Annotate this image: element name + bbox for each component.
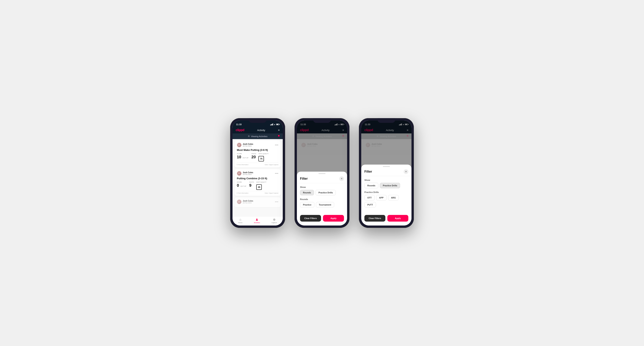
- more-icon-3[interactable]: •••: [275, 200, 278, 203]
- menu-icon-1[interactable]: ≡: [278, 129, 280, 132]
- bar3: [272, 124, 272, 125]
- tournament-btn-2[interactable]: Tournament: [316, 202, 334, 207]
- putt-btn-3[interactable]: PUTT: [364, 202, 376, 207]
- score-label-1: Score: [237, 153, 249, 154]
- user-name-1: Josh Coles: [243, 143, 253, 145]
- ott-btn-3[interactable]: OTT: [364, 195, 374, 200]
- notch-3: [378, 118, 395, 123]
- sq-value-2: 45: [256, 184, 262, 190]
- close-button-2[interactable]: ✕: [339, 176, 344, 181]
- filter-header-3: Filter ✕: [361, 168, 412, 176]
- activity-title-1: Must Make Putting (3-6 ft): [237, 149, 278, 152]
- activity-card-1: JC Josh Coles 28 Feb 2023 ••• Must Make …: [234, 141, 281, 168]
- notch-1: [249, 118, 266, 123]
- shots-value-2: 9: [249, 183, 254, 188]
- info-icon-1: ℹ: [237, 164, 238, 166]
- shots-stat-1: Shots 20: [251, 153, 256, 159]
- viewing-text-1: Viewing Activities: [251, 135, 268, 138]
- nav-capture-1[interactable]: ⊕ Capture: [271, 218, 277, 223]
- avatar-2: JC: [237, 171, 242, 176]
- user-date-2: 28 Feb 2023: [243, 173, 253, 175]
- clear-filters-btn-3[interactable]: Clear Filters: [364, 215, 386, 222]
- practice-drills-tab-btn-2[interactable]: Practice Drills: [316, 190, 336, 195]
- user-details-1: Josh Coles 28 Feb 2023: [243, 143, 253, 147]
- rounds-tab-btn-2[interactable]: Rounds: [300, 190, 314, 195]
- score-label-2: Score: [237, 181, 247, 183]
- nav-capture-label-1: Capture: [271, 222, 277, 223]
- show-label-3: Show: [364, 179, 408, 181]
- header-title-1: Activity: [257, 129, 265, 132]
- filter-sheet-3: Filter ✕ Show Rounds Practice Drills Pra…: [361, 165, 412, 225]
- user-info-3: JC Josh Coles 28 Feb 2023: [237, 199, 253, 204]
- filter-title-2: Filter: [300, 177, 308, 180]
- score-value-2: 0: [237, 183, 239, 188]
- viewing-bar-1[interactable]: ⚙ Viewing Activities: [232, 133, 283, 139]
- user-details-3: Josh Coles 28 Feb 2023: [243, 200, 253, 204]
- phone-3-screen: 11:33 ▲ clippd Activity: [361, 121, 412, 225]
- activity-list-1: JC Josh Coles 28 Feb 2023 ••• Must Make …: [232, 139, 283, 216]
- sq-label-1: Shot Quality: [258, 153, 268, 154]
- practice-btn-2[interactable]: Practice: [300, 202, 314, 207]
- practice-drills-options-3: OTT APP ARG PUTT: [364, 195, 408, 207]
- stats-row-2: Score 0 OUT OF Shots 9 Shot Quality: [237, 181, 278, 190]
- show-options-2: Rounds Practice Drills: [300, 190, 344, 195]
- activity-title-2: Putting Combine (3-15 ft): [237, 177, 278, 180]
- bottom-nav-1: ⌂ Home ♟ Activities ⊕ Capture: [232, 216, 283, 225]
- user-info-1: JC Josh Coles 28 Feb 2023: [237, 143, 253, 147]
- filter-body-2: Show Rounds Practice Drills Rounds Pract…: [297, 183, 347, 213]
- phone-2-screen: 11:33 ▲ clippd Activity: [297, 121, 347, 225]
- more-icon-2[interactable]: •••: [275, 172, 278, 175]
- footer-text-1: Test Information: [238, 164, 248, 166]
- filter-footer-3: Clear Filters Apply: [361, 213, 412, 222]
- card-footer-1: ℹ Test Information Data: Clippd Capture: [237, 163, 278, 166]
- filter-header-2: Filter ✕: [297, 175, 347, 183]
- signal-bars-1: [270, 123, 273, 125]
- bar1: [270, 125, 271, 125]
- filter-footer-2: Clear Filters Apply: [297, 213, 347, 222]
- arg-btn-3[interactable]: ARG: [388, 195, 399, 200]
- data-source-1: Data: Clippd Capture: [265, 164, 278, 166]
- practice-drills-tab-btn-3[interactable]: Practice Drills: [380, 183, 400, 188]
- user-date-3: 28 Feb 2023: [243, 202, 253, 204]
- activity-card-2: JC Josh Coles 28 Feb 2023 ••• Putting Co…: [234, 169, 281, 196]
- card-footer-2: ℹ Test Information Data: Clippd Capture: [237, 191, 278, 194]
- phone-1-screen: 11:33 ▲ clippd Activity: [232, 121, 283, 225]
- card-header-1: JC Josh Coles 28 Feb 2023 •••: [237, 143, 278, 147]
- user-date-1: 28 Feb 2023: [243, 145, 253, 147]
- footer-info-2: ℹ Test Information: [237, 192, 248, 194]
- sq-value-1: 75: [258, 156, 264, 162]
- user-name-2: Josh Coles: [243, 172, 253, 173]
- apply-btn-2[interactable]: Apply: [323, 215, 344, 222]
- rounds-tab-btn-3[interactable]: Rounds: [364, 183, 378, 188]
- data-source-2: Data: Clippd Capture: [265, 192, 278, 194]
- filter-sheet-2: Filter ✕ Show Rounds Practice Drills Rou…: [297, 172, 347, 225]
- app-btn-3[interactable]: APP: [376, 195, 386, 200]
- stats-row-1: Score 10 OUT OF Shots 20 Shot Quality: [237, 153, 278, 162]
- nav-home-1[interactable]: ⌂ Home: [238, 218, 242, 223]
- apply-btn-3[interactable]: Apply: [387, 215, 408, 222]
- avatar-3: JC: [237, 199, 242, 204]
- more-icon-1[interactable]: •••: [275, 143, 278, 147]
- wifi-icon-1: ▲: [274, 123, 276, 125]
- viewing-dot-1: [278, 135, 280, 137]
- status-time-1: 11:33: [236, 123, 242, 126]
- app-header-1: clippd Activity ≡: [232, 127, 283, 133]
- nav-activities-1[interactable]: ♟ Activities: [254, 218, 260, 223]
- close-button-3[interactable]: ✕: [404, 169, 408, 174]
- footer-text-2: Test Information: [238, 192, 248, 194]
- card-header-3: JC Josh Coles 28 Feb 2023 •••: [237, 199, 278, 204]
- activity-card-3: JC Josh Coles 28 Feb 2023 •••: [234, 197, 281, 207]
- show-label-2: Show: [300, 186, 344, 188]
- score-stat-1: Score 10 OUT OF: [237, 153, 249, 159]
- out-of-2: OUT OF: [240, 185, 246, 187]
- sheet-handle-3: [383, 166, 390, 167]
- clear-filters-btn-2[interactable]: Clear Filters: [300, 215, 321, 222]
- avatar-1: JC: [237, 143, 242, 147]
- rounds-section-label-2: Rounds: [300, 198, 344, 200]
- shots-label-1: Shots: [251, 153, 256, 154]
- practice-drills-section-label-3: Practice Drills: [364, 191, 408, 193]
- filter-title-3: Filter: [364, 170, 372, 173]
- score-stat-2: Score 0 OUT OF: [237, 181, 247, 188]
- score-value-1: 10: [237, 155, 241, 159]
- filter-icon-1: ⚙: [248, 135, 250, 138]
